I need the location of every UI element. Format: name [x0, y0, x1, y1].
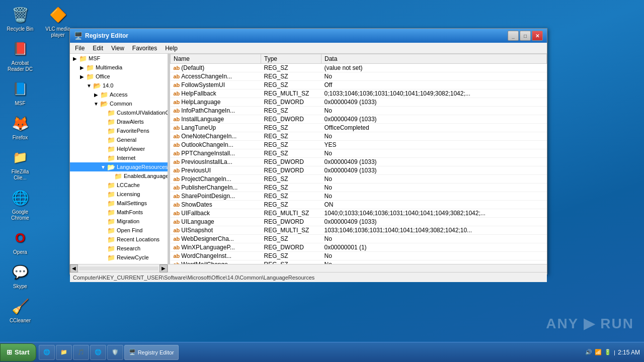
desktop-icon-skype[interactable]: 💬 Skype — [3, 260, 38, 292]
table-row[interactable]: abAccessChangeIn...REG_SZNo — [171, 72, 547, 81]
tree-expand-favoritepens[interactable] — [99, 127, 107, 135]
scroll-right-btn[interactable]: ▶ — [159, 264, 168, 273]
desktop-icon-recycle-bin[interactable]: 🗑️ Recycle Bin — [3, 3, 38, 34]
menu-view[interactable]: View — [107, 44, 128, 53]
table-row[interactable]: abLangTuneUpREG_SZOfficeCompleted — [171, 124, 547, 132]
tree-node-mathfonts[interactable]: 📁MathFonts — [70, 208, 168, 217]
desktop-icon-firefox[interactable]: 🦊 Firefox — [3, 111, 38, 143]
col-data[interactable]: Data — [321, 54, 547, 64]
tree-expand-enabledlanguages[interactable] — [106, 172, 114, 180]
tree-node-recentlocations[interactable]: 📁Recent Locations — [70, 235, 168, 244]
tree-expand-licensing[interactable] — [99, 190, 107, 198]
tree-node-general[interactable]: 📁General — [70, 135, 168, 144]
col-type[interactable]: Type — [261, 54, 321, 64]
tree-node-14-0[interactable]: ▼📂14.0 — [70, 81, 168, 90]
table-row[interactable]: abOutlookChangeIn...REG_SZYES — [171, 141, 547, 149]
tree-node-drawalerts[interactable]: 📁DrawAlerts — [70, 117, 168, 126]
taskbar-item-ie[interactable]: 🌐 — [39, 345, 55, 360]
table-row[interactable]: abPPTChangeInstall...REG_SZNo — [171, 149, 547, 158]
right-hscroll[interactable] — [168, 264, 547, 272]
tree-expand-lccache[interactable] — [99, 181, 107, 189]
tree-node-toolbars[interactable]: 📁Toolbars — [70, 262, 168, 264]
table-row[interactable]: abWinXPLanguageP...REG_DWORD0x00000001 (… — [171, 243, 547, 252]
start-button[interactable]: ⊞ Start — [0, 343, 36, 361]
tree-node-openfind[interactable]: 📁Open Find — [70, 226, 168, 235]
tree-node-enabledlanguages[interactable]: 📁EnabledLanguages — [70, 171, 168, 180]
tree-node-helpviewer[interactable]: 📁HelpViewer — [70, 144, 168, 153]
table-row[interactable]: abInstallLanguageREG_DWORD0x00000409 (10… — [171, 115, 547, 124]
desktop-icon-acrobat[interactable]: 📕 Acrobat Reader DC — [3, 37, 38, 74]
tree-node-internet[interactable]: 📁Internet — [70, 153, 168, 162]
scroll-left-btn[interactable]: ◀ — [70, 264, 78, 273]
tree-expand-common[interactable]: ▼ — [92, 100, 100, 108]
tree-expand-mathfonts[interactable] — [99, 208, 107, 216]
table-row[interactable]: abInfoPathChangeIn...REG_SZNo — [171, 107, 547, 115]
maximize-button[interactable]: □ — [520, 31, 531, 41]
tree-expand-multimedia[interactable]: ▶ — [78, 63, 86, 71]
table-row[interactable]: ab(Default)REG_SZ(value not set) — [171, 64, 547, 72]
table-row[interactable]: abFollowSystemUIREG_SZOff — [171, 81, 547, 89]
taskbar-item-chrome[interactable]: 🌐 — [90, 345, 106, 360]
tree-node-access[interactable]: ▶📁Access — [70, 90, 168, 99]
tree-expand-reviewcycle[interactable] — [99, 253, 107, 261]
table-row[interactable]: abHelpFallbackREG_MULTI_SZ0;1033;1046;10… — [171, 89, 547, 98]
tree-expand-openfind[interactable] — [99, 226, 107, 234]
tree-expand-drawalerts[interactable] — [99, 118, 107, 126]
horizontal-scroll[interactable]: ◀ ▶ — [70, 264, 547, 272]
tree-node-reviewcycle[interactable]: 📁ReviewCycle — [70, 253, 168, 262]
desktop-icon-ccleaner[interactable]: 🧹 CCleaner — [3, 294, 38, 326]
tree-expand-office[interactable]: ▶ — [78, 72, 86, 80]
taskbar-item-explorer[interactable]: 📁 — [56, 345, 72, 360]
window-titlebar[interactable]: 🖥️ Registry Editor _ □ ✕ — [70, 29, 547, 43]
tree-node-mailsettings[interactable]: 📁MailSettings — [70, 199, 168, 208]
table-row[interactable]: abUILanguageREG_DWORD0x00000409 (1033) — [171, 218, 547, 226]
tree-node-office[interactable]: ▶📁Office — [70, 72, 168, 81]
tree-expand-access[interactable]: ▶ — [92, 90, 100, 99]
menu-file[interactable]: File — [71, 44, 89, 53]
tree-node-common[interactable]: ▼📂Common — [70, 99, 168, 108]
tree-node-migration[interactable]: 📁Migration — [70, 217, 168, 226]
table-row[interactable]: abWordChangeInst...REG_SZNo — [171, 252, 547, 260]
tree-expand-msf[interactable]: ▶ — [71, 54, 79, 62]
tree-node-msf[interactable]: ▶📁MSF — [70, 54, 168, 63]
tree-expand-recentlocations[interactable] — [99, 235, 107, 243]
desktop-icon-filezilla[interactable]: 📁 FileZilla Clie... — [3, 145, 38, 183]
table-row[interactable]: abPublisherChangeIn...REG_SZNo — [171, 184, 547, 192]
desktop-icon-word[interactable]: 📘 MSF — [3, 77, 38, 109]
tree-panel[interactable]: ▶📁MSF▶📁Multimedia▶📁Office▼📂14.0▶📁Access▼… — [70, 54, 168, 264]
taskbar-item-shield[interactable]: 🛡️ — [107, 345, 123, 360]
tree-node-multimedia[interactable]: ▶📁Multimedia — [70, 63, 168, 72]
tree-expand-mailsettings[interactable] — [99, 199, 107, 207]
tree-node-customuivalidationcache[interactable]: 📁CustomUIValidationCache — [70, 108, 168, 117]
tree-expand-research[interactable] — [99, 244, 107, 252]
menu-help[interactable]: Help — [161, 44, 182, 53]
desktop-icon-chrome[interactable]: 🌐 Google Chrome — [3, 186, 38, 223]
menu-favorites[interactable]: Favorites — [128, 44, 161, 53]
table-row[interactable]: abUISnapshotREG_MULTI_SZ1033;1046;1036;1… — [171, 226, 547, 235]
tree-node-research[interactable]: 📁Research — [70, 244, 168, 253]
tree-expand-toolbars[interactable] — [99, 262, 107, 264]
table-row[interactable]: abWebDesignerCha...REG_SZNo — [171, 235, 547, 243]
minimize-button[interactable]: _ — [508, 31, 519, 41]
menu-edit[interactable]: Edit — [89, 44, 107, 53]
table-row[interactable]: abShowDatesREG_SZON — [171, 201, 547, 209]
tree-expand-customuivalidationcache[interactable] — [99, 109, 107, 117]
table-row[interactable]: abPreviousInstallLa...REG_DWORD0x0000040… — [171, 158, 547, 166]
col-name[interactable]: Name — [171, 54, 261, 64]
table-row[interactable]: abOneNoteChangeIn...REG_SZNo — [171, 132, 547, 141]
tree-expand-migration[interactable] — [99, 217, 107, 225]
table-row[interactable]: abWordMailChange...REG_SZNo — [171, 260, 547, 264]
tree-expand-languageresources[interactable]: ▼ — [99, 163, 107, 171]
table-row[interactable]: abPreviousUIREG_DWORD0x00000409 (1033) — [171, 166, 547, 175]
taskbar-item-media[interactable]: 🎵 — [73, 345, 89, 360]
taskbar-item-registry[interactable]: 🖥️ Registry Editor — [124, 345, 179, 360]
tree-expand-general[interactable] — [99, 136, 107, 144]
tree-hscroll[interactable]: ◀ ▶ — [70, 264, 168, 272]
desktop-icon-opera[interactable]: O Opera — [3, 226, 38, 257]
tree-node-languageresources[interactable]: ▼📂LanguageResources — [70, 162, 168, 171]
table-row[interactable]: abSharePointDesign...REG_SZNo — [171, 192, 547, 201]
show-desktop-btn[interactable]: | — [614, 349, 615, 355]
tree-node-favoritepens[interactable]: 📁FavoritePens — [70, 126, 168, 135]
tree-node-lccache[interactable]: 📁LCCache — [70, 180, 168, 190]
table-row[interactable]: abUIFallbackREG_MULTI_SZ1040;0;1033;1046… — [171, 209, 547, 218]
